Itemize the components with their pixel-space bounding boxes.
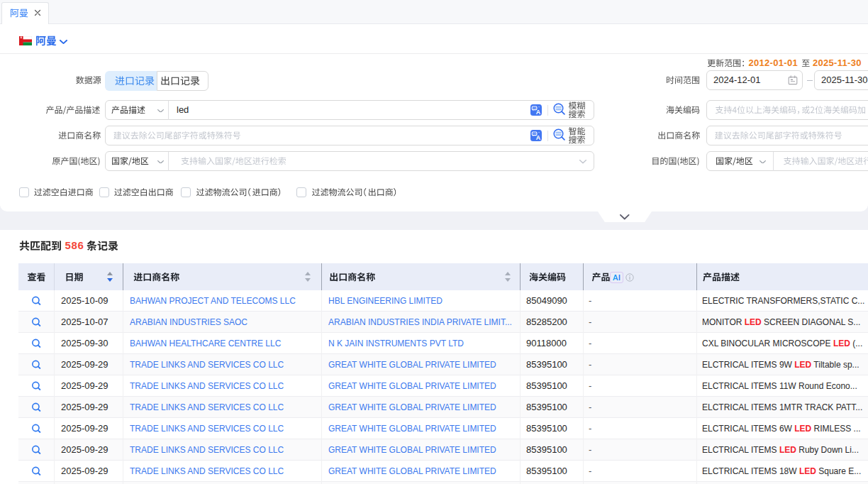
svg-text:A: A [536, 109, 541, 116]
svg-text:A: A [536, 134, 541, 141]
